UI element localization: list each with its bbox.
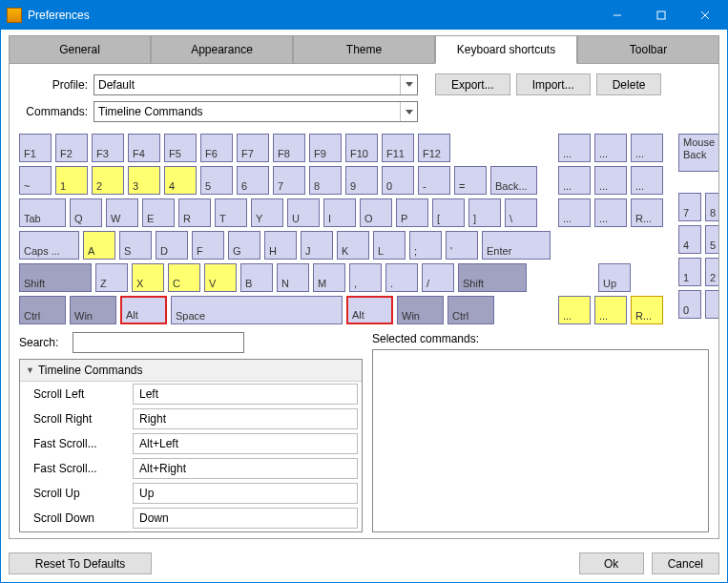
key-f6[interactable]: F6: [200, 134, 233, 162]
key-y[interactable]: Y: [251, 198, 283, 227]
key-l[interactable]: L: [373, 231, 406, 260]
key-shift[interactable]: Shift: [458, 263, 527, 292]
key-g[interactable]: G: [228, 231, 260, 260]
key-nav[interactable]: ...: [558, 134, 591, 162]
key-7[interactable]: 7: [678, 193, 701, 221]
search-input[interactable]: [73, 332, 244, 353]
tab-toolbar[interactable]: Toolbar: [577, 35, 719, 64]
key-5[interactable]: 5: [705, 225, 719, 254]
key-u[interactable]: U: [287, 198, 320, 227]
key-s[interactable]: S: [119, 231, 152, 260]
key-left[interactable]: ...: [558, 296, 591, 324]
key-win[interactable]: Win: [397, 296, 444, 324]
shortcut-field[interactable]: Up: [133, 483, 358, 504]
import-button[interactable]: Import...: [516, 73, 591, 95]
key-c[interactable]: C: [168, 263, 200, 292]
export-button[interactable]: Export...: [435, 73, 510, 95]
key-e[interactable]: E: [142, 198, 175, 227]
close-button[interactable]: [683, 1, 727, 30]
table-row[interactable]: Scroll DownDown: [20, 506, 362, 531]
key-[interactable]: =: [454, 166, 487, 195]
key-nav[interactable]: ...: [594, 198, 627, 227]
commands-grid[interactable]: ▼ Timeline Commands Scroll LeftLeftScrol…: [19, 359, 363, 532]
key-ctrl[interactable]: Ctrl: [447, 296, 494, 324]
key-z[interactable]: Z: [95, 263, 128, 292]
key-9[interactable]: 9: [345, 166, 378, 195]
key-f2[interactable]: F2: [55, 134, 88, 162]
key-t[interactable]: T: [215, 198, 247, 227]
tab-keyboard-shortcuts[interactable]: Keyboard shortcuts: [435, 35, 577, 64]
key-n[interactable]: N: [277, 263, 309, 292]
shortcut-field[interactable]: Alt+Left: [133, 433, 358, 454]
key-1[interactable]: 1: [55, 166, 88, 195]
key-f3[interactable]: F3: [92, 134, 124, 162]
table-row[interactable]: Scroll LeftLeft: [20, 382, 362, 406]
ok-button[interactable]: Ok: [579, 552, 644, 574]
key-2[interactable]: 2: [705, 258, 719, 286]
key-[interactable]: ': [446, 231, 478, 260]
key-nav[interactable]: ...: [631, 134, 663, 162]
key-f12[interactable]: F12: [418, 134, 450, 162]
key-mouse-back[interactable]: Mouse Back: [678, 134, 719, 172]
key-w[interactable]: W: [106, 198, 138, 227]
key-d[interactable]: D: [156, 231, 188, 260]
key-f11[interactable]: F11: [382, 134, 414, 162]
key-enter[interactable]: Enter: [482, 231, 551, 260]
key-4[interactable]: 4: [164, 166, 197, 195]
key-6[interactable]: 6: [237, 166, 269, 195]
key-r[interactable]: R: [178, 198, 211, 227]
reset-defaults-button[interactable]: Reset To Defaults: [9, 552, 152, 574]
tab-general[interactable]: General: [9, 35, 151, 64]
key-a[interactable]: A: [83, 231, 115, 260]
grid-group-header[interactable]: ▼ Timeline Commands: [20, 360, 362, 382]
table-row[interactable]: Scroll RightRight: [20, 406, 362, 431]
key-m[interactable]: M: [313, 263, 345, 292]
key-space[interactable]: Space: [171, 296, 343, 324]
key-up[interactable]: Up: [598, 263, 631, 292]
key-5[interactable]: 5: [200, 166, 233, 195]
minimize-button[interactable]: [595, 1, 639, 30]
table-row[interactable]: Fast Scroll...Alt+Left: [20, 431, 362, 456]
key-shift[interactable]: Shift: [19, 263, 92, 292]
key-ctrl[interactable]: Ctrl: [19, 296, 66, 324]
key-p[interactable]: P: [396, 198, 428, 227]
key-k[interactable]: K: [337, 231, 369, 260]
key-1[interactable]: 1: [678, 258, 701, 286]
key-back[interactable]: Back...: [490, 166, 537, 195]
key-[interactable]: \: [505, 198, 537, 227]
key-h[interactable]: H: [264, 231, 297, 260]
tab-theme[interactable]: Theme: [293, 35, 435, 64]
key-right[interactable]: R...: [631, 296, 663, 324]
shortcut-field[interactable]: Left: [133, 384, 358, 405]
key-down[interactable]: ...: [594, 296, 627, 324]
key-nav[interactable]: ...: [558, 198, 591, 227]
profile-select[interactable]: Default: [94, 74, 418, 95]
table-row[interactable]: Fast Scroll...Alt+Right: [20, 456, 362, 481]
key-b[interactable]: B: [240, 263, 273, 292]
key-blank[interactable]: [705, 290, 719, 319]
commands-select[interactable]: Timeline Commands: [94, 101, 418, 122]
key-[interactable]: ]: [468, 198, 501, 227]
tab-appearance[interactable]: Appearance: [151, 35, 293, 64]
key-tab[interactable]: Tab: [19, 198, 66, 227]
key-f7[interactable]: F7: [237, 134, 269, 162]
key-f4[interactable]: F4: [128, 134, 160, 162]
key-nav[interactable]: ...: [594, 134, 627, 162]
table-row[interactable]: Scroll UpUp: [20, 481, 362, 506]
key-[interactable]: ,: [349, 263, 382, 292]
key-0[interactable]: 0: [678, 290, 701, 319]
shortcut-field[interactable]: Right: [133, 408, 358, 429]
key-alt[interactable]: Alt: [346, 296, 393, 324]
key-f1[interactable]: F1: [19, 134, 52, 162]
key-f5[interactable]: F5: [164, 134, 197, 162]
key-[interactable]: .: [385, 263, 418, 292]
key-nav[interactable]: ...: [594, 166, 627, 195]
key-f9[interactable]: F9: [309, 134, 342, 162]
key-nav[interactable]: ...: [558, 166, 591, 195]
key-i[interactable]: I: [323, 198, 356, 227]
key-8[interactable]: 8: [309, 166, 342, 195]
key-8[interactable]: 8: [705, 193, 719, 221]
key-[interactable]: -: [418, 166, 450, 195]
shortcut-field[interactable]: Alt+Right: [133, 458, 358, 479]
key-[interactable]: [: [432, 198, 465, 227]
